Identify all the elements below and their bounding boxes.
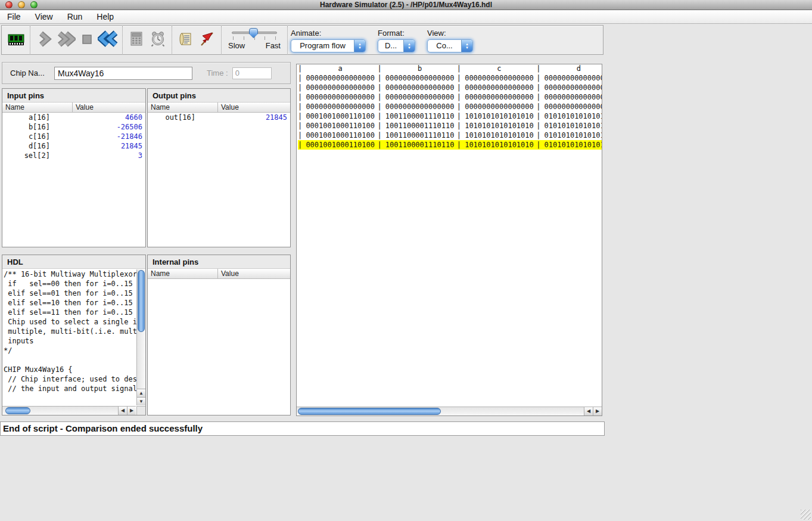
run-button[interactable] <box>55 28 76 52</box>
internal-pins-title: Internal pins <box>148 255 290 269</box>
menu-file[interactable]: File <box>7 12 21 21</box>
view-selected-value: Co... <box>428 40 461 52</box>
scroll-up-icon[interactable]: ▲ <box>137 389 145 397</box>
view-select[interactable]: Co... ▲▼ <box>427 39 473 52</box>
column-separator: | <box>457 83 462 92</box>
pin-row: c[16]-21846 <box>2 132 145 141</box>
cell-value: 0000000000000000 <box>542 102 602 111</box>
cell-value: 0000000000000000 <box>542 73 602 83</box>
stop-button[interactable] <box>76 28 98 52</box>
value-column-header[interactable]: Value <box>218 103 290 112</box>
column-separator: | <box>536 64 542 73</box>
compare-row[interactable]: |0000000000000000|0000000000000000|00000… <box>298 102 602 111</box>
scroll-right-icon[interactable]: ▶ <box>127 407 136 415</box>
compare-cell: |1010101010101010 <box>457 140 536 150</box>
compare-cell: |0000000000000000 <box>457 102 536 111</box>
breakpoints-button[interactable] <box>197 28 218 52</box>
load-script-button[interactable] <box>175 28 197 52</box>
hdl-horizontal-scrollbar[interactable]: ◀ ▶ <box>2 406 136 415</box>
toolbar-separator <box>221 26 222 54</box>
chip-name-input[interactable] <box>54 67 192 80</box>
cell-value: 0001001000110100 <box>303 140 377 150</box>
pin-name: a[16] <box>2 113 50 122</box>
cell-value: 0000000000000000 <box>303 92 377 102</box>
resize-grip-icon[interactable] <box>801 510 811 520</box>
format-selected-value: D... <box>378 40 403 52</box>
fast-forward-icon <box>55 31 76 49</box>
column-separator: | <box>536 73 542 83</box>
value-column-header[interactable]: Value <box>218 269 290 278</box>
compare-row[interactable]: |0001001000110100|1001100001110110|10101… <box>298 121 602 131</box>
combo-stepper-icon[interactable]: ▲▼ <box>403 40 415 52</box>
reset-button[interactable] <box>98 28 119 52</box>
hdl-line: // the input and output signals <box>4 384 145 393</box>
name-column-header[interactable]: Name <box>148 103 218 112</box>
column-separator: | <box>536 92 542 102</box>
load-chip-button[interactable] <box>5 28 27 52</box>
hdl-code-view[interactable]: /** 16-bit Multiway Multiplexor. if sel=… <box>2 269 145 405</box>
compare-cell: |1001100001110110 <box>377 131 456 140</box>
format-select[interactable]: D... ▲▼ <box>378 39 415 52</box>
animate-select[interactable]: Program flow ▲▼ <box>291 39 366 52</box>
comparison-horizontal-scrollbar[interactable]: ◀ ▶ <box>297 407 602 415</box>
cell-value: 0101010101010101 <box>542 121 602 131</box>
scroll-down-icon[interactable]: ▼ <box>137 397 145 405</box>
pin-name: b[16] <box>2 122 50 132</box>
cell-value: 0101010101010101 <box>542 131 602 140</box>
compare-row[interactable]: |0001001000110100|1001100001110110|10101… <box>298 131 602 140</box>
compare-cell: |1001100001110110 <box>377 121 456 131</box>
compare-row[interactable]: |0001001000110100|1001100001110110|10101… <box>298 140 602 150</box>
menu-run[interactable]: Run <box>67 12 83 21</box>
scrollbar-thumb[interactable] <box>298 408 441 415</box>
pin-value[interactable]: -26506 <box>50 122 145 132</box>
pin-value[interactable]: 3 <box>50 151 145 160</box>
hdl-line: // Chip interface; used to desc <box>4 374 145 384</box>
single-step-button[interactable] <box>33 28 55 52</box>
pins-grid-header: Name Value <box>2 103 145 113</box>
name-column-header[interactable]: Name <box>2 103 73 112</box>
pin-value[interactable]: -21846 <box>50 132 145 141</box>
scroll-right-icon[interactable]: ▶ <box>593 407 602 415</box>
pin-value[interactable]: 21845 <box>195 113 290 122</box>
hdl-vertical-scrollbar[interactable]: ▲ ▼ <box>136 269 145 405</box>
clock-button[interactable] <box>147 28 169 52</box>
scroll-left-icon[interactable]: ◀ <box>118 407 127 415</box>
cell-value: d <box>542 64 602 73</box>
cell-value: c <box>462 64 536 73</box>
scrollbar-thumb[interactable] <box>5 407 30 414</box>
pin-value[interactable]: 4660 <box>50 113 145 122</box>
pin-name: c[16] <box>2 132 50 141</box>
menu-view[interactable]: View <box>35 12 53 21</box>
scrollbar-thumb[interactable] <box>138 270 145 332</box>
title-bar[interactable]: Hardware Simulator (2.5) - /HP/p01/Mux4W… <box>0 0 812 10</box>
animation-speed-slider[interactable]: Slow Fast <box>228 26 281 54</box>
value-column-header[interactable]: Value <box>73 103 145 112</box>
combo-stepper-icon[interactable]: ▲▼ <box>461 40 472 52</box>
column-separator: | <box>377 131 382 140</box>
compare-cell: |0000000000000000 <box>457 83 536 92</box>
hdl-line: */ <box>4 346 145 355</box>
hdl-line: /** 16-bit Multiway Multiplexor. <box>4 269 145 279</box>
column-separator: | <box>457 140 462 150</box>
cell-value: 0000000000000000 <box>303 83 377 92</box>
compare-row[interactable]: |0001001000110100|1001100001110110|10101… <box>298 111 602 121</box>
output-pins-rows: out[16]21845 <box>148 113 290 122</box>
comparison-table[interactable]: |a|b|c|d |0000000000000000|0000000000000… <box>297 64 602 406</box>
scroll-left-icon[interactable]: ◀ <box>584 407 593 415</box>
column-separator: | <box>298 73 303 83</box>
compare-row[interactable]: |0000000000000000|0000000000000000|00000… <box>298 92 602 102</box>
pin-value[interactable]: 21845 <box>50 141 145 151</box>
calculator-button[interactable] <box>126 28 147 52</box>
pin-name: sel[2] <box>2 151 50 160</box>
combo-stepper-icon[interactable]: ▲▼ <box>354 40 365 52</box>
cell-value: 0000000000000000 <box>542 92 602 102</box>
hdl-line <box>4 355 145 365</box>
menu-help[interactable]: Help <box>97 12 114 21</box>
cell-value: 1001100001110110 <box>382 121 456 131</box>
compare-row[interactable]: |0000000000000000|0000000000000000|00000… <box>298 73 602 83</box>
compare-row[interactable]: |0000000000000000|0000000000000000|00000… <box>298 83 602 92</box>
column-separator: | <box>298 83 303 92</box>
column-separator: | <box>457 121 462 131</box>
name-column-header[interactable]: Name <box>148 269 218 278</box>
column-separator: | <box>457 92 462 102</box>
